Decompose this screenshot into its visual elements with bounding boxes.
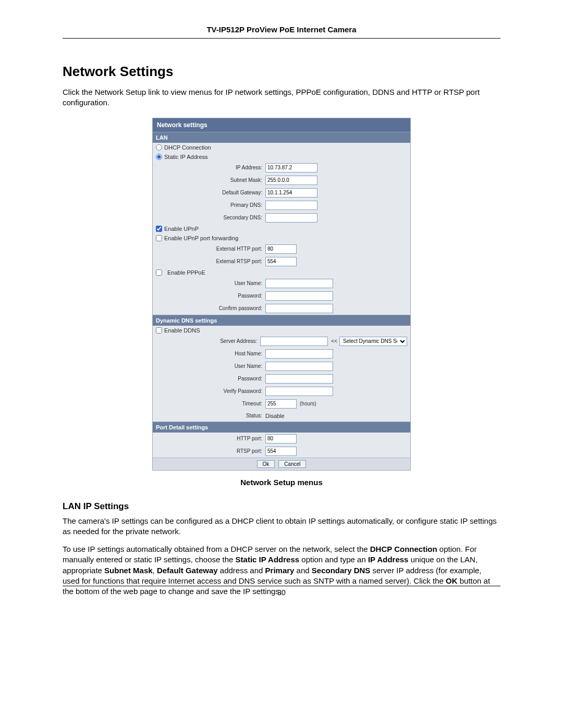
ddns-host-input[interactable]: [265, 349, 333, 359]
rtsp-port-label: RTSP port:: [156, 448, 265, 454]
enable-upnp-fwd-checkbox[interactable]: [156, 235, 162, 241]
ddns-vpass-label: Verify Password:: [156, 388, 265, 394]
pppoe-cpass-input[interactable]: [265, 304, 333, 313]
figure-caption: Network Setup menus: [63, 478, 500, 487]
enable-ddns-label: Enable DDNS: [164, 327, 200, 334]
primary-dns-label: Primary DNS:: [156, 202, 265, 208]
lan-section-header: LAN: [153, 132, 410, 143]
ddns-user-label: User Name:: [156, 363, 265, 369]
ddns-server-input[interactable]: [260, 337, 328, 346]
ddns-arrows: <<: [331, 338, 337, 344]
pppoe-user-input[interactable]: [265, 279, 333, 288]
ddns-status-value: Disable: [265, 413, 285, 419]
default-gateway-label: Default Gateway:: [156, 190, 265, 195]
http-port-input[interactable]: [265, 434, 297, 443]
subnet-mask-label: Subnet Mask:: [156, 177, 265, 183]
lan-ip-settings-heading: LAN IP Settings: [63, 501, 500, 512]
ip-address-label: IP Address:: [156, 165, 265, 170]
pppoe-user-label: User Name:: [156, 280, 265, 286]
page-number: 30: [63, 586, 500, 597]
pppoe-pass-label: Password:: [156, 293, 265, 299]
ext-http-port-label: External HTTP port:: [156, 246, 265, 252]
primary-dns-input[interactable]: [265, 201, 317, 210]
ext-rtsp-port-label: External RTSP port:: [156, 258, 265, 264]
ddns-section-header: Dynamic DNS settings: [153, 315, 410, 326]
section-title: Network Settings: [63, 64, 500, 80]
default-gateway-input[interactable]: [265, 188, 317, 198]
document-header: TV-IP512P ProView PoE Internet Camera: [63, 25, 500, 39]
static-ip-label: Static IP Address: [164, 154, 208, 160]
pppoe-pass-input[interactable]: [265, 291, 333, 301]
ddns-status-label: Status:: [156, 413, 265, 418]
enable-pppoe-label: Enable PPPoE: [167, 269, 205, 276]
intro-paragraph: Click the Network Setup link to view men…: [63, 87, 500, 108]
rtsp-port-input[interactable]: [265, 447, 297, 456]
enable-ddns-checkbox[interactable]: [156, 327, 162, 334]
dhcp-label: DHCP Connection: [164, 144, 211, 151]
network-settings-panel: Network settings LAN DHCP Connection Sta…: [152, 118, 411, 471]
secondary-dns-input[interactable]: [265, 213, 317, 223]
ddns-timeout-unit: (hours): [300, 401, 316, 406]
ddns-pass-input[interactable]: [265, 374, 333, 384]
pppoe-cpass-label: Confirm password:: [156, 305, 265, 311]
panel-title: Network settings: [153, 118, 410, 132]
ok-button[interactable]: Ok: [257, 460, 275, 468]
ddns-server-select[interactable]: Select Dynamic DNS Server: [339, 337, 407, 346]
dhcp-radio[interactable]: [156, 144, 162, 151]
ddns-timeout-label: Timeout:: [156, 401, 265, 406]
enable-upnp-fwd-label: Enable UPnP port forwarding: [164, 235, 238, 241]
enable-upnp-checkbox[interactable]: [156, 226, 162, 232]
ddns-user-input[interactable]: [265, 362, 333, 371]
ddns-timeout-input[interactable]: [265, 399, 297, 409]
ext-http-port-input[interactable]: [265, 244, 297, 254]
port-section-header: Port Detail settings: [153, 422, 410, 433]
http-port-label: HTTP port:: [156, 436, 265, 441]
ext-rtsp-port-input[interactable]: [265, 257, 297, 266]
enable-upnp-label: Enable UPnP: [164, 226, 199, 232]
lan-ip-p1: The camera's IP settings can be configur…: [63, 516, 500, 537]
enable-pppoe-checkbox[interactable]: [156, 269, 162, 276]
static-ip-radio[interactable]: [156, 154, 162, 160]
ddns-host-label: Host Name:: [156, 351, 265, 356]
ddns-pass-label: Password:: [156, 376, 265, 381]
cancel-button[interactable]: Cancel: [278, 460, 306, 468]
ddns-vpass-input[interactable]: [265, 387, 333, 396]
ip-address-input[interactable]: [265, 163, 317, 172]
secondary-dns-label: Secondary DNS:: [156, 215, 265, 220]
ddns-server-label: Server Address:: [156, 338, 260, 344]
subnet-mask-input[interactable]: [265, 176, 317, 185]
